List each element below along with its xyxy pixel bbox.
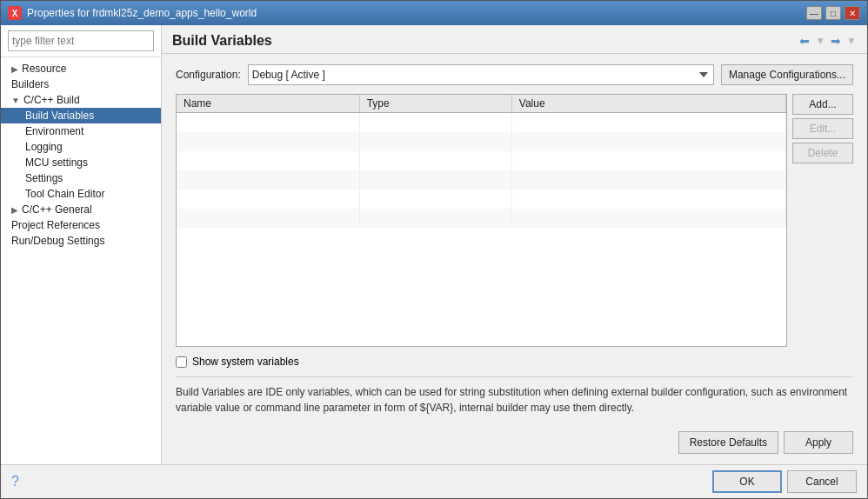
content-area: ▶ Resource Builders ▼ C/C++ Build Build …: [1, 25, 867, 464]
arrow-icon: ▼: [11, 96, 20, 105]
window-icon: X: [8, 6, 22, 20]
table-row: [177, 151, 786, 170]
nav-separator2: ▼: [846, 35, 857, 47]
main-content: Configuration: Debug [ Active ] Manage C…: [162, 54, 867, 464]
table-row: [177, 209, 786, 228]
sidebar-item-label: Logging: [25, 141, 63, 153]
nav-back-button[interactable]: ⬅: [797, 32, 812, 50]
maximize-button[interactable]: □: [825, 6, 841, 20]
cancel-button[interactable]: Cancel: [787, 470, 857, 493]
sidebar-item-label: Builders: [11, 78, 49, 90]
description-text: Build Variables are IDE only variables, …: [176, 376, 853, 416]
apply-button[interactable]: Apply: [784, 431, 853, 454]
minimize-button[interactable]: —: [806, 6, 822, 20]
sidebar: ▶ Resource Builders ▼ C/C++ Build Build …: [1, 25, 162, 464]
sidebar-item-label: Resource: [22, 63, 66, 75]
ok-button[interactable]: OK: [712, 470, 782, 493]
sidebar-item-label: Build Variables: [25, 110, 94, 122]
main-header: Build Variables ⬅ ▼ ➡ ▼: [162, 25, 867, 54]
sidebar-item-build-variables[interactable]: Build Variables: [1, 108, 161, 123]
sidebar-item-label: Environment: [25, 125, 83, 137]
close-button[interactable]: ✕: [845, 6, 860, 20]
sidebar-item-label: MCU settings: [25, 156, 88, 169]
add-button[interactable]: Add...: [792, 94, 853, 115]
sidebar-item-label: C/C++ General: [22, 203, 92, 216]
arrow-icon: ▶: [11, 64, 18, 74]
sidebar-item-label: Run/Debug Settings: [11, 235, 104, 247]
variables-table-body: [177, 113, 786, 228]
table-area: Name Type Value: [176, 94, 853, 347]
config-select[interactable]: Debug [ Active ]: [248, 64, 714, 85]
sidebar-item-resource[interactable]: ▶ Resource: [1, 61, 161, 77]
delete-button[interactable]: Delete: [792, 143, 853, 163]
show-system-variables-checkbox[interactable]: [176, 356, 187, 368]
table-row: [177, 190, 786, 209]
show-system-vars-row: Show system variables: [176, 356, 853, 368]
col-header-value: Value: [511, 95, 785, 113]
restore-defaults-button[interactable]: Restore Defaults: [678, 431, 778, 454]
table-row: [177, 113, 786, 132]
edit-button[interactable]: Edit...: [792, 118, 853, 139]
sidebar-item-mcu-settings[interactable]: MCU settings: [1, 155, 161, 170]
sidebar-item-c-cpp-build[interactable]: ▼ C/C++ Build: [1, 92, 161, 108]
arrow-icon: ▶: [11, 205, 18, 215]
window-title: Properties for frdmkl25z_demo_apps_hello…: [27, 7, 257, 19]
sidebar-item-c-cpp-general[interactable]: ▶ C/C++ General: [1, 202, 161, 217]
config-label: Configuration:: [176, 69, 241, 81]
manage-configurations-button[interactable]: Manage Configurations...: [721, 64, 853, 85]
table-buttons: Add... Edit... Delete: [792, 94, 853, 347]
col-header-type: Type: [359, 95, 511, 113]
sidebar-item-label: C/C++ Build: [23, 94, 80, 106]
properties-window: X Properties for frdmkl25z_demo_apps_hel…: [0, 0, 868, 499]
variables-table-wrap: Name Type Value: [176, 94, 787, 347]
sidebar-item-project-references[interactable]: Project References: [1, 217, 161, 233]
nav-separator: ▼: [815, 35, 825, 47]
window-controls: — □ ✕: [806, 6, 860, 20]
filter-input-wrap: [1, 25, 161, 57]
sidebar-item-label: Tool Chain Editor: [25, 188, 104, 200]
title-bar: X Properties for frdmkl25z_demo_apps_hel…: [1, 1, 867, 25]
sidebar-item-label: Settings: [25, 172, 63, 184]
sidebar-item-tool-chain-editor[interactable]: Tool Chain Editor: [1, 186, 161, 202]
sidebar-tree: ▶ Resource Builders ▼ C/C++ Build Build …: [1, 57, 161, 464]
filter-input[interactable]: [8, 30, 154, 51]
footer-right: OK Cancel: [712, 470, 857, 493]
sidebar-item-environment[interactable]: Environment: [1, 123, 161, 139]
help-icon[interactable]: ?: [11, 474, 19, 489]
title-bar-left: X Properties for frdmkl25z_demo_apps_hel…: [8, 6, 257, 20]
variables-table: Name Type Value: [177, 95, 786, 228]
nav-arrows: ⬅ ▼ ➡ ▼: [797, 32, 857, 50]
show-system-variables-label[interactable]: Show system variables: [192, 356, 299, 368]
config-row: Configuration: Debug [ Active ] Manage C…: [176, 64, 853, 85]
table-row: [177, 132, 786, 151]
bottom-action-buttons: Restore Defaults Apply: [176, 424, 853, 454]
page-title: Build Variables: [172, 33, 272, 49]
footer-bar: ? OK Cancel: [1, 464, 867, 498]
main-panel: Build Variables ⬅ ▼ ➡ ▼ Configuration: D…: [162, 25, 867, 464]
table-row: [177, 170, 786, 190]
sidebar-item-label: Project References: [11, 219, 100, 231]
nav-forward-button[interactable]: ➡: [828, 32, 844, 50]
sidebar-item-logging[interactable]: Logging: [1, 139, 161, 155]
col-header-name: Name: [177, 95, 359, 113]
sidebar-item-settings[interactable]: Settings: [1, 170, 161, 186]
sidebar-item-run-debug-settings[interactable]: Run/Debug Settings: [1, 233, 161, 249]
sidebar-item-builders[interactable]: Builders: [1, 77, 161, 92]
